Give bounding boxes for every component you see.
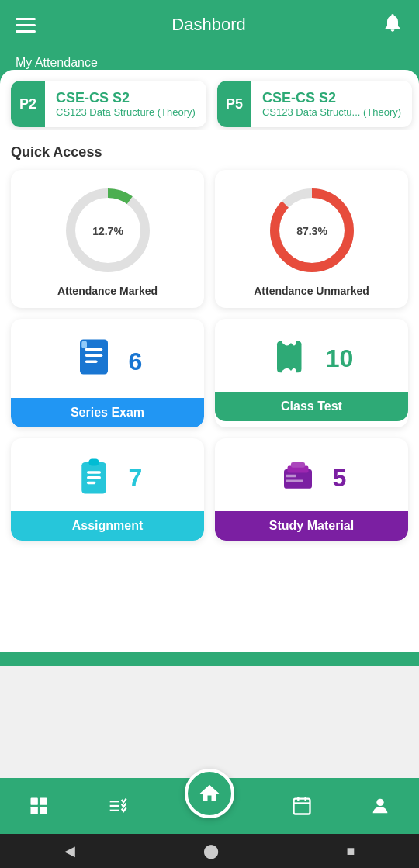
svg-rect-7	[85, 348, 102, 351]
top-band-label: My Attendance	[0, 50, 419, 70]
hamburger-menu-icon[interactable]	[16, 18, 36, 33]
study-material-top: 5	[215, 438, 408, 511]
class-card-badge-1: P5	[217, 81, 251, 127]
content-area: Quick Access 12.7% Attendance Marked 87.…	[0, 130, 419, 652]
svg-text:12.7%: 12.7%	[92, 225, 123, 237]
svg-point-32	[376, 799, 383, 806]
action-cards-row1: 6 Series Exam 10 Class Test	[11, 319, 408, 427]
class-test-icon	[270, 336, 312, 381]
action-card-study-material[interactable]: 5 Study Material	[215, 438, 408, 541]
class-card-1[interactable]: P5 CSE-CS S2 CS123 Data Structu... (Theo…	[217, 81, 412, 127]
android-back-btn[interactable]: ◀	[64, 842, 75, 859]
series-exam-icon	[73, 336, 115, 387]
top-band: My Attendance P2 CSE-CS S2 CS123 Data St…	[0, 50, 419, 666]
assignment-bar: Assignment	[11, 511, 204, 541]
class-card-badge-0: P2	[11, 81, 45, 127]
svg-rect-12	[88, 459, 99, 466]
svg-rect-18	[291, 462, 305, 468]
nav-item-profile[interactable]	[369, 795, 391, 817]
svg-rect-28	[293, 799, 310, 814]
header-title: Dashbord	[171, 15, 245, 35]
series-exam-bar: Series Exam	[11, 398, 204, 427]
series-exam-top: 6	[11, 319, 204, 398]
assignment-top: 7	[11, 438, 204, 511]
class-card-info-0: CSE-CS S2 CS123 Data Structure (Theory)	[45, 81, 206, 127]
android-square-btn[interactable]: ■	[347, 843, 355, 859]
nav-item-calendar[interactable]	[291, 795, 313, 817]
class-test-bar: Class Test	[215, 392, 408, 421]
svg-rect-24	[40, 807, 47, 814]
donut-cards-grid: 12.7% Attendance Marked 87.3% Attendance…	[11, 170, 408, 308]
svg-rect-9	[85, 361, 97, 363]
class-cards-scroll: P2 CSE-CS S2 CS123 Data Structure (Theor…	[0, 70, 419, 130]
donut-card-unmarked[interactable]: 87.3% Attendance Unmarked	[215, 170, 408, 308]
action-card-assignment[interactable]: 7 Assignment	[11, 438, 204, 541]
class-card-sub-0: CS123 Data Structure (Theory)	[56, 106, 196, 118]
android-system-bar: ◀ ⬤ ■	[0, 834, 419, 868]
svg-rect-22	[40, 798, 47, 805]
svg-rect-14	[87, 476, 101, 479]
app-header: Dashbord	[0, 0, 419, 50]
class-card-0[interactable]: P2 CSE-CS S2 CS123 Data Structure (Theor…	[11, 81, 206, 127]
assignment-count: 7	[129, 464, 143, 493]
nav-item-checklist[interactable]	[106, 795, 128, 817]
action-card-series-exam[interactable]: 6 Series Exam	[11, 319, 204, 427]
study-material-icon	[277, 455, 319, 500]
svg-rect-15	[87, 482, 95, 484]
class-test-count: 10	[326, 344, 354, 373]
nav-item-home[interactable]	[185, 769, 234, 818]
action-cards-row2: 7 Assignment 5	[11, 438, 408, 541]
svg-rect-23	[31, 807, 38, 814]
series-exam-count: 6	[129, 348, 143, 376]
study-material-count: 5	[333, 464, 347, 493]
bell-icon[interactable]	[382, 12, 403, 39]
nav-item-grid[interactable]	[28, 795, 50, 817]
class-card-title-1: CSE-CS S2	[262, 90, 401, 106]
donut-card-marked[interactable]: 12.7% Attendance Marked	[11, 170, 204, 308]
donut-unmarked-label: Attendance Unmarked	[254, 285, 369, 297]
donut-marked-svg: 12.7%	[61, 184, 154, 277]
svg-text:87.3%: 87.3%	[296, 225, 327, 237]
class-card-sub-1: CS123 Data Structu... (Theory)	[262, 106, 401, 118]
android-home-btn[interactable]: ⬤	[203, 842, 219, 859]
class-test-top: 10	[215, 319, 408, 392]
class-card-title-0: CSE-CS S2	[56, 90, 196, 106]
svg-rect-20	[286, 480, 303, 482]
bottom-nav	[0, 778, 419, 834]
donut-marked-label: Attendance Marked	[57, 285, 158, 297]
donut-unmarked-svg: 87.3%	[265, 184, 358, 277]
assignment-icon	[73, 455, 115, 500]
svg-rect-13	[87, 471, 101, 473]
svg-rect-10	[81, 341, 87, 348]
svg-rect-19	[286, 475, 296, 477]
study-material-bar: Study Material	[215, 511, 408, 541]
svg-rect-21	[31, 798, 38, 805]
quick-access-label: Quick Access	[11, 130, 408, 170]
class-card-info-1: CSE-CS S2 CS123 Data Structu... (Theory)	[251, 81, 412, 127]
svg-rect-8	[85, 354, 102, 357]
action-card-class-test[interactable]: 10 Class Test	[215, 319, 408, 427]
